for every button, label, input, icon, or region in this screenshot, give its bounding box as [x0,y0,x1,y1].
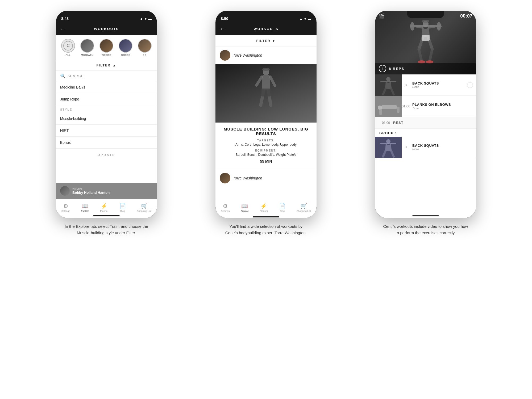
tab-settings-2[interactable]: ⚙ Settings [221,203,230,212]
back-button-1[interactable]: ← [60,26,65,32]
filter-chevron-1: ▲ [113,64,117,67]
exercise-thumb-back-squats-2 [375,137,402,158]
svg-point-10 [437,22,441,31]
shopping-icon-2: 🛒 [301,203,307,209]
workout-duration-2: 55 MIN [220,159,312,163]
tab-explore-2[interactable]: 📖 Explore [240,203,249,212]
exercise-item-back-squats-1[interactable]: 8 BACK SQUATS Reps [375,74,476,96]
svg-rect-7 [261,89,271,96]
svg-line-3 [256,77,262,85]
exercise-thumb-planks [375,96,402,117]
nav-bar-2: ← WORKOUTS [215,22,317,35]
tab-shopping-2[interactable]: 🛒 Shopping List [297,203,311,212]
targets-label-2: TARGETS: [220,139,312,142]
planner-icon-2: ⚡ [260,203,267,209]
filter-bar-1[interactable]: FILTER ▲ [56,60,157,71]
search-input-1[interactable] [68,74,153,78]
update-button-1[interactable]: UPDATE [56,149,157,161]
exercise-info-back-squats-1: BACK SQUATS Reps [410,81,467,89]
svg-point-1 [262,68,270,71]
exercise-item-back-squats-2[interactable]: 8 BACK SQUATS Reps [375,137,476,158]
tab-blog-1[interactable]: 📄 Blog [119,203,126,212]
svg-point-12 [422,20,429,23]
status-icons-1: ▲ ▾ ▬ [140,17,152,21]
bottom-card-1: 20 MIN Bobby Holland Hanton [56,183,157,199]
trainer-michael[interactable]: MICHAEL [79,39,95,56]
wifi-icon-2: ▾ [304,17,306,21]
trainer-row-2: Torre Washington [215,47,317,64]
workout-info-2: MUSCLE BUILDING: LOW LUNGES, BIG RESULTS… [215,123,317,170]
workout-hero-img-2 [215,64,317,123]
exercise-count-planks: 01:00 [402,104,410,108]
nav-bar-1: ← WORKOUTS [56,22,157,35]
filter-bar-2[interactable]: FILTER ▼ [215,35,317,47]
caption-2: You'll find a wide selection of workouts… [221,223,311,236]
bottom-card-avatar-1 [60,186,70,196]
caption-3: Centr's workouts include video to show y… [380,223,471,236]
trainer-jorge-label: JORGE [121,54,130,56]
bottom-card-duration-1: 20 MIN [72,187,110,191]
exercise-item-planks[interactable]: 01:00 PLANKS ON ELBOWS Time [375,96,476,117]
filter-item-hirt[interactable]: HIRT [56,125,157,137]
exercise-count-back-squats-2: 8 [402,145,410,149]
tab-blog-2[interactable]: 📄 Blog [279,203,286,212]
phone-1-notch [88,11,125,18]
tab-planner-2[interactable]: ⚡ Planner [260,203,268,212]
svg-point-23 [386,77,390,81]
svg-rect-29 [381,105,397,109]
back-button-2[interactable]: ← [220,26,225,32]
trainer-jorge[interactable]: JORGE [118,39,134,56]
trainer-all-label: ALL [65,54,70,56]
tab-settings-label-2: Settings [221,210,230,212]
battery-icon-1: ▬ [148,17,152,21]
rest-item-3: 01:00 REST [375,117,476,129]
exercise-info-back-squats-2: BACK SQUATS Reps [410,144,476,151]
svg-rect-2 [262,75,270,90]
filter-item-muscle-building[interactable]: Muscle-building [56,113,157,125]
tab-explore-label-1: Explore [81,210,89,212]
thumb-squat-svg-1 [375,74,402,96]
status-icons-2: ▲ ▾ ▬ [299,17,311,21]
timer-value-3: 00:07 [460,13,472,19]
phone-3-section: 00:07 🎬 ⏸ 8 REPS [351,11,500,236]
trainer-torre-name-3: Torre Washington [233,176,262,180]
battery-icon-2: ▬ [308,17,311,21]
reps-count-3: 8 REPS [389,67,404,71]
tab-explore-1[interactable]: 📖 Explore [81,203,89,212]
exercise-type-back-squats-1: Reps [412,85,464,89]
tab-shopping-1[interactable]: 🛒 Shopping List [137,203,152,212]
trainer-bo-avatar [138,39,152,53]
tab-planner-1[interactable]: ⚡ Planner [100,203,108,212]
home-indicator-3 [412,215,439,216]
trainer-bo[interactable]: BO [137,39,153,56]
filter-chevron-2: ▼ [272,39,276,43]
trainer-torre-avatar [99,39,113,53]
filter-label-1: FILTER [97,64,111,67]
trainer-torre[interactable]: TORRE [98,39,114,56]
phone-2-section: 8:50 ▲ ▾ ▬ ← WORKOUTS FILTER ▼ [192,11,340,236]
tab-planner-label-1: Planner [100,210,108,212]
phone-2-screen: 8:50 ▲ ▾ ▬ ← WORKOUTS FILTER ▼ [215,11,317,218]
exercise-radio-back-squats-1[interactable] [467,82,473,88]
phone-2-frame: 8:50 ▲ ▾ ▬ ← WORKOUTS FILTER ▼ [215,11,317,218]
filter-item-bonus[interactable]: Bonus [56,137,157,149]
exercise-name-back-squats-1: BACK SQUATS [412,81,464,85]
exercise-name-planks: PLANKS ON ELBOWS [412,103,473,107]
trainer-all-avatar: C [61,39,75,53]
tab-settings-1[interactable]: ⚙ Settings [61,203,70,212]
phone-3-screen: 00:07 🎬 ⏸ 8 REPS [375,11,476,218]
filter-item-jump-rope[interactable]: Jump Rope [56,93,157,105]
trainer-torre-avatar-2 [220,50,230,61]
settings-icon-2: ⚙ [223,203,228,209]
svg-line-14 [429,26,435,27]
trainer-all[interactable]: C ALL [60,39,76,56]
thumb-plank-svg [375,96,402,117]
phone-1-section: 8:48 ▲ ▾ ▬ ← WORKOUTS C [32,11,181,236]
filter-item-medicine-ball[interactable]: Medicine Ball/s [56,81,157,93]
person-silhouette-2 [253,67,279,120]
exercise-info-planks: PLANKS ON ELBOWS Time [410,103,476,110]
blog-icon-2: 📄 [279,203,286,209]
signal-icon-2: ▲ [299,17,303,21]
trainer-row-3: Torre Washington [215,170,317,186]
play-pause-button-3[interactable]: ⏸ [379,65,386,72]
